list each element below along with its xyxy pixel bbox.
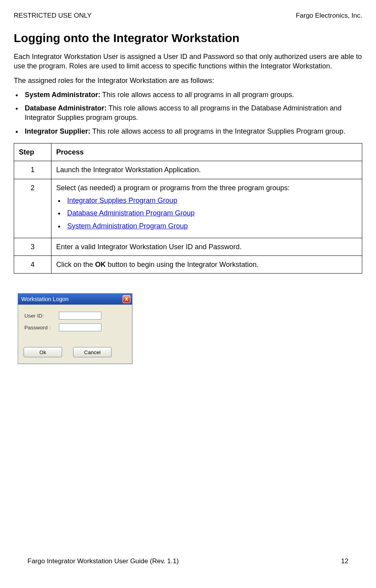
ok-button[interactable]: Ok <box>24 347 62 357</box>
step-number: 1 <box>14 161 51 179</box>
table-row: 1 Launch the Integrator Workstation Appl… <box>14 161 362 179</box>
page-footer: Fargo Integrator Workstation User Guide … <box>28 557 348 565</box>
page: RESTRICTED USE ONLY Fargo Electronics, I… <box>14 12 362 576</box>
step-process: Enter a valid Integrator Workstation Use… <box>51 238 362 255</box>
password-input[interactable] <box>59 323 101 331</box>
step-number: 3 <box>14 238 51 255</box>
program-group-list: Integrator Supplies Program Group Databa… <box>56 196 357 231</box>
password-label: Password : <box>24 325 59 331</box>
dialog-screenshot: Workstation Logon X User ID: Password : … <box>18 293 362 364</box>
footer-right: 12 <box>341 557 348 565</box>
col-process-header: Process <box>51 143 362 161</box>
role-system-admin: System Administrator: This role allows a… <box>22 90 362 99</box>
roles-list: System Administrator: This role allows a… <box>14 90 362 136</box>
table-header-row: Step Process <box>14 143 362 161</box>
link-database-admin[interactable]: Database Administration Program Group <box>67 209 194 217</box>
password-row: Password : <box>24 323 126 331</box>
list-item: Integrator Supplies Program Group <box>65 196 357 205</box>
intro-paragraph-1: Each Integrator Workstation User is assi… <box>14 52 362 71</box>
dialog-title: Workstation Logon <box>21 296 69 302</box>
cancel-button[interactable]: Cancel <box>73 347 112 357</box>
step-process: Click on the OK button to begin using th… <box>51 256 362 274</box>
page-header: RESTRICTED USE ONLY Fargo Electronics, I… <box>14 12 362 20</box>
col-step-header: Step <box>14 143 51 161</box>
page-title: Logging onto the Integrator Workstation <box>14 31 362 45</box>
dialog-titlebar: Workstation Logon X <box>18 294 132 305</box>
list-item: Database Administration Program Group <box>65 208 357 218</box>
intro-paragraph-2: The assigned roles for the Integrator Wo… <box>14 76 362 85</box>
step-process: Launch the Integrator Workstation Applic… <box>51 161 362 179</box>
header-right: Fargo Electronics, Inc. <box>296 12 362 20</box>
step-text-post: button to begin using the Integrator Wor… <box>106 261 259 268</box>
table-row: 3 Enter a valid Integrator Workstation U… <box>14 238 362 255</box>
role-desc: This role allows access to all programs … <box>100 91 294 99</box>
user-id-input[interactable] <box>59 312 101 320</box>
role-integrator-supplier: Integrator Supplier: This role allows ac… <box>22 127 362 136</box>
table-row: 4 Click on the OK button to begin using … <box>14 256 362 274</box>
step-text: Select (as needed) a program or programs… <box>56 184 290 192</box>
link-integrator-supplies[interactable]: Integrator Supplies Program Group <box>67 197 177 204</box>
step-process: Select (as needed) a program or programs… <box>51 179 362 238</box>
step-text-pre: Click on the <box>56 261 95 268</box>
workstation-logon-dialog: Workstation Logon X User ID: Password : … <box>18 293 132 364</box>
role-desc: This role allows access to all programs … <box>90 127 345 135</box>
footer-left: Fargo Integrator Workstation User Guide … <box>28 557 179 565</box>
dialog-body: User ID: Password : <box>18 305 132 339</box>
table-row: 2 Select (as needed) a program or progra… <box>14 179 362 238</box>
role-name: Database Administrator: <box>25 104 106 112</box>
close-button[interactable]: X <box>123 295 130 303</box>
user-id-label: User ID: <box>24 313 59 319</box>
step-text-bold: OK <box>95 261 106 268</box>
dialog-button-row: Ok Cancel <box>18 339 132 364</box>
link-system-admin[interactable]: System Administration Program Group <box>67 222 188 230</box>
list-item: System Administration Program Group <box>65 221 357 231</box>
close-icon: X <box>125 296 128 302</box>
steps-table: Step Process 1 Launch the Integrator Wor… <box>14 143 362 274</box>
role-name: Integrator Supplier: <box>25 127 90 135</box>
user-id-row: User ID: <box>24 312 126 320</box>
header-left: RESTRICTED USE ONLY <box>14 12 92 20</box>
role-name: System Administrator: <box>25 91 100 99</box>
role-database-admin: Database Administrator: This role allows… <box>22 103 362 123</box>
step-number: 4 <box>14 256 51 274</box>
step-number: 2 <box>14 179 51 238</box>
